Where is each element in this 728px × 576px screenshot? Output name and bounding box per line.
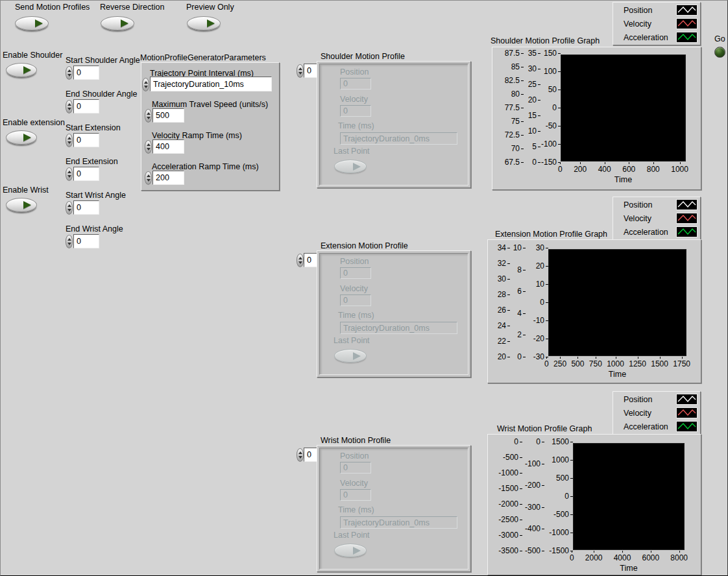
end-shoulder-angle-input[interactable] <box>73 99 99 114</box>
extension-profile-index-spinner[interactable] <box>297 254 304 267</box>
legend-item-velocity[interactable]: Velocity <box>616 17 698 30</box>
reverse-direction-button[interactable] <box>101 16 134 30</box>
y-axis-tick: 10 <box>536 281 548 288</box>
velocity-ramp-time-input[interactable] <box>152 139 184 154</box>
x-axis: 02505007501000125015001750 <box>544 359 690 368</box>
shoulder-graph-title: Shoulder Motion Profile Graph <box>491 36 600 45</box>
y-axis-tick: 30 <box>528 66 540 73</box>
position-label: Position <box>340 67 369 77</box>
y-axis-tick: 24 <box>498 322 510 330</box>
enable-extension-button[interactable] <box>6 130 37 145</box>
legend-item-velocity[interactable]: Velocity <box>616 211 698 225</box>
wrist-profile-index-spinner[interactable] <box>297 448 304 462</box>
y-axes: 87.58582.58077.57572.57067.5 35302520151… <box>496 50 561 166</box>
preview-only-button[interactable] <box>187 16 221 30</box>
y-axis-tick: 22 <box>498 338 510 345</box>
y-axis-tick: 28 <box>498 291 510 298</box>
y-axis-scale-2: 35302520151050 <box>524 50 540 166</box>
y-axis-tick: 15 <box>528 112 540 119</box>
shoulder-motion-profile-group: Shoulder Motion Profile Position 0 Veloc… <box>296 52 472 189</box>
y-axis-tick: -300 <box>525 504 544 511</box>
legend-item-acceleration[interactable]: Acceleration <box>616 225 698 239</box>
plot-line-swatch-icon <box>676 407 698 418</box>
plot-line-swatch-icon <box>676 394 698 405</box>
plot-line-swatch-icon <box>676 226 698 237</box>
acceleration-ramp-time-input[interactable] <box>152 171 184 185</box>
x-axis-tick: 1250 <box>629 359 646 368</box>
last-point-button <box>334 544 367 557</box>
maximum-travel-speed-label: Maximum Travel Speed (units/s) <box>152 100 268 109</box>
enable-wrist-button[interactable] <box>6 198 37 212</box>
y-axis-scale-3: 3020100-10-20-30 <box>526 245 548 361</box>
trajectory-point-interval-spinner[interactable] <box>142 78 149 91</box>
end-extension-input[interactable] <box>73 167 99 181</box>
reverse-direction-label: Reverse Direction <box>100 3 164 12</box>
shoulder-profile-index-spinner[interactable] <box>297 64 304 78</box>
start-wrist-angle-spinner[interactable] <box>66 201 73 215</box>
x-axis-tick: 400 <box>598 165 611 174</box>
end-shoulder-angle-spinner[interactable] <box>66 100 73 114</box>
start-shoulder-angle-label: Start Shoulder Angle <box>66 56 140 65</box>
x-axis-tick: 2000 <box>585 553 603 562</box>
acceleration-ramp-time-spinner[interactable] <box>145 171 152 185</box>
maximum-travel-speed-input[interactable] <box>152 108 184 123</box>
end-extension-spinner[interactable] <box>66 167 73 181</box>
time-indicator: TrajectoryDuration_0ms <box>340 322 457 334</box>
time-indicator: TrajectoryDuration_0ms <box>340 516 457 529</box>
send-motion-profiles-button[interactable] <box>15 16 49 30</box>
position-label: Position <box>340 451 369 461</box>
end-wrist-angle-spinner[interactable] <box>66 235 73 248</box>
trajectory-point-interval-ring[interactable] <box>150 77 272 91</box>
y-axis-tick: 85 <box>511 64 524 71</box>
legend-item-position[interactable]: Position <box>616 198 698 211</box>
y-axis-tick: -400 <box>525 525 544 533</box>
legend-item-acceleration[interactable]: Acceleration <box>616 420 698 433</box>
x-axis-tick: 600 <box>622 165 635 174</box>
y-axis-tick: 20 <box>528 97 540 104</box>
y-axis-tick: 87.5 <box>505 50 524 57</box>
x-axis-tick: 750 <box>589 359 602 368</box>
legend-item-velocity[interactable]: Velocity <box>616 406 698 420</box>
y-axis-tick: 500 <box>556 475 573 482</box>
labview-front-panel: Send Motion Profiles Reverse Direction P… <box>0 0 728 576</box>
y-axis-tick: 5 <box>532 143 540 150</box>
start-extension-input[interactable] <box>73 133 99 147</box>
maximum-travel-speed-spinner[interactable] <box>145 109 152 123</box>
wrist-graph-legend: PositionVelocityAcceleration <box>613 391 701 435</box>
y-axis-tick: -3000 <box>498 532 522 539</box>
x-axis-tick: 1000 <box>671 165 688 174</box>
time-label: Time (ms) <box>338 505 374 514</box>
y-axis-tick: 0 <box>540 299 548 306</box>
legend-label: Velocity <box>624 409 651 418</box>
shoulder-profile-title: Shoulder Motion Profile <box>321 52 405 61</box>
y-axis-tick: -500 <box>525 547 544 555</box>
go-led-indicator <box>714 47 725 58</box>
y-axis-tick: 35 <box>528 50 540 57</box>
start-shoulder-angle-input[interactable] <box>73 66 99 80</box>
legend-item-position[interactable]: Position <box>616 3 698 17</box>
start-wrist-angle-input[interactable] <box>73 200 99 215</box>
x-axis-label: Time <box>548 370 686 379</box>
y-axis-tick: 82.5 <box>505 77 524 84</box>
go-label: Go <box>714 34 725 43</box>
legend-label: Acceleration <box>624 33 668 42</box>
legend-item-position[interactable]: Position <box>616 392 698 406</box>
velocity-label: Velocity <box>340 284 368 293</box>
plot-line-swatch-icon <box>676 213 698 224</box>
x-axis: 02000400060008000 <box>570 553 688 562</box>
enable-shoulder-button[interactable] <box>6 63 37 77</box>
velocity-ramp-time-spinner[interactable] <box>145 140 152 154</box>
start-shoulder-angle-spinner[interactable] <box>66 66 73 80</box>
y-axis-tick: 50 <box>548 86 561 93</box>
y-axis-scale-3: 150010005000-500-1000-1500 <box>544 438 573 555</box>
y-axis-scale-1: 0-500-1000-1500-2000-2500-3000-3500 <box>492 438 522 555</box>
plot-area <box>573 443 685 550</box>
start-extension-label: Start Extension <box>66 123 121 132</box>
end-wrist-angle-input[interactable] <box>73 234 99 248</box>
start-extension-spinner[interactable] <box>66 134 73 147</box>
legend-item-acceleration[interactable]: Acceleration <box>616 30 698 44</box>
velocity-label: Velocity <box>340 479 368 488</box>
x-axis-tick: 800 <box>647 165 660 174</box>
x-axis-tick: 0 <box>544 359 549 368</box>
position-indicator: 0 <box>340 267 371 279</box>
